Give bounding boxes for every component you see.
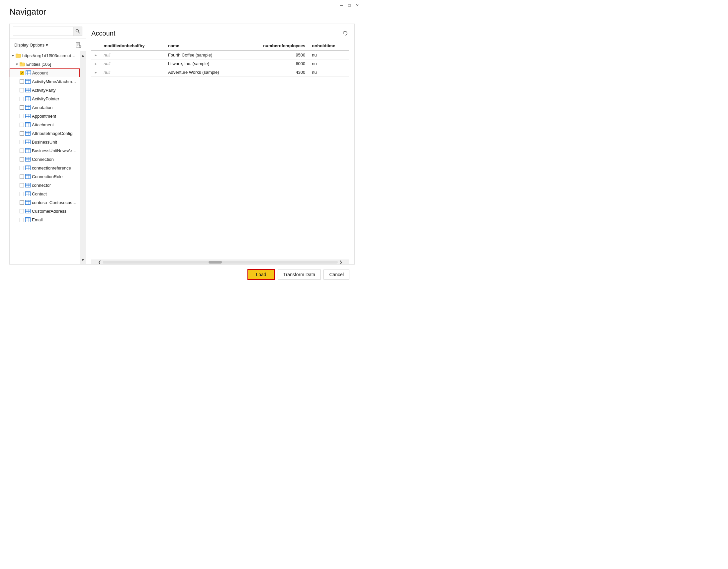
entities-folder-item[interactable]: ▼ Entities [105] xyxy=(10,60,80,68)
entity-checkbox[interactable] xyxy=(20,97,24,101)
entity-checkbox[interactable] xyxy=(20,148,24,153)
display-options-button[interactable]: Display Options ▾ xyxy=(13,42,49,48)
svg-rect-12 xyxy=(20,62,22,63)
maximize-button[interactable]: □ xyxy=(347,3,352,8)
svg-rect-18 xyxy=(26,71,31,72)
scroll-up-button[interactable]: ▲ xyxy=(80,52,86,58)
scroll-left-button[interactable]: ❮ xyxy=(98,260,101,264)
tree-entity-item[interactable]: BusinessUnitNewsArticle xyxy=(10,146,80,155)
tree-entity-item[interactable]: ActivityPointer xyxy=(10,94,80,103)
tree-entity-item[interactable]: Connection xyxy=(10,155,80,163)
cell-onholdtime: nu xyxy=(309,50,349,59)
search-icon xyxy=(75,29,80,34)
folder-icon xyxy=(20,62,25,66)
entity-label: AttributeImageConfig xyxy=(32,131,72,136)
svg-rect-10 xyxy=(16,54,18,55)
cell-employees: 4300 xyxy=(243,68,309,77)
svg-rect-90 xyxy=(26,174,31,176)
scroll-down-button[interactable]: ▼ xyxy=(80,257,86,263)
entity-checkbox[interactable] xyxy=(20,166,24,170)
minimize-button[interactable]: ─ xyxy=(339,3,344,8)
tree-entity-item[interactable]: ConnectionRole xyxy=(10,172,80,181)
entity-checkbox[interactable] xyxy=(20,123,24,127)
col-onholdtime-header[interactable]: onholdtime xyxy=(309,41,349,50)
svg-rect-96 xyxy=(26,183,31,184)
tree-entity-item[interactable]: Email xyxy=(10,215,80,224)
load-button[interactable]: Load xyxy=(247,269,275,280)
entity-checkbox[interactable] xyxy=(20,140,24,144)
entity-checkbox[interactable] xyxy=(20,131,24,136)
scrollbar-track[interactable] xyxy=(103,261,338,263)
entity-label: Attachment xyxy=(32,122,54,127)
entity-checkbox[interactable] xyxy=(20,88,24,92)
entity-label: ActivityMimeAttachment xyxy=(32,79,77,84)
table-icon xyxy=(25,191,31,196)
col-modifiedonbehalfby-header[interactable]: modifiedonbehalfby xyxy=(100,41,165,50)
row-indicator: ▸ xyxy=(91,50,100,59)
entity-tree[interactable]: ▼ https://org1d1f903c.crm.dynamics.com/ … xyxy=(10,51,80,264)
svg-point-0 xyxy=(76,30,79,32)
cell-modifiedonbehalfby: null xyxy=(100,50,165,59)
scroll-right-button[interactable]: ❯ xyxy=(339,260,342,264)
entity-label: ActivityPointer xyxy=(32,96,59,101)
cancel-button[interactable]: Cancel xyxy=(323,269,349,279)
collapse-icon: ▼ xyxy=(15,62,19,66)
cell-employees: 9500 xyxy=(243,50,309,59)
table-row[interactable]: ▸ null Litware, Inc. (sample) 6000 nu xyxy=(91,59,349,68)
bottom-action-bar: Load Transform Data Cancel xyxy=(9,264,355,284)
table-icon xyxy=(25,183,31,187)
tree-entity-item[interactable]: connectionreference xyxy=(10,163,80,172)
entity-checkbox[interactable] xyxy=(20,192,24,196)
chevron-down-icon: ▾ xyxy=(46,43,48,47)
transform-data-button[interactable]: Transform Data xyxy=(278,269,321,279)
entity-label: Contact xyxy=(32,191,47,196)
entity-label: Connection xyxy=(32,157,54,162)
close-button[interactable]: ✕ xyxy=(355,3,360,8)
svg-rect-66 xyxy=(26,140,31,141)
svg-rect-36 xyxy=(26,97,31,98)
table-icon xyxy=(25,209,31,213)
entity-checkbox[interactable] xyxy=(20,209,24,213)
account-data-table: modifiedonbehalfby name numberofemployee… xyxy=(91,41,349,77)
entity-checkbox[interactable] xyxy=(20,183,24,187)
tree-root-item[interactable]: ▼ https://org1d1f903c.crm.dynamics.com/ … xyxy=(10,51,80,60)
entity-label: BusinessUnit xyxy=(32,140,57,144)
tree-entity-item[interactable]: Contact xyxy=(10,189,80,198)
entity-checkbox[interactable] xyxy=(20,105,24,110)
svg-rect-120 xyxy=(26,218,31,219)
panel-icon-button[interactable] xyxy=(74,41,82,49)
tree-entity-item[interactable]: Annotation xyxy=(10,103,80,112)
entity-checkbox[interactable] xyxy=(20,79,24,84)
entity-label: connectionreference xyxy=(32,165,71,170)
col-indicator-header xyxy=(91,41,100,50)
entities-label: Entities [105] xyxy=(26,62,51,67)
tree-entity-item[interactable]: BusinessUnit xyxy=(10,138,80,146)
entity-checkbox[interactable] xyxy=(20,218,24,222)
tree-entity-item[interactable]: Appointment xyxy=(10,112,80,120)
table-row[interactable]: ▸ null Fourth Coffee (sample) 9500 nu xyxy=(91,50,349,59)
svg-rect-108 xyxy=(26,200,31,202)
entity-checkbox[interactable] xyxy=(20,174,24,179)
horizontal-scrollbar[interactable]: ❮ ❯ xyxy=(91,259,349,264)
entity-checkbox[interactable] xyxy=(20,200,24,205)
entity-checkbox[interactable] xyxy=(20,157,24,161)
col-numberofemployees-header[interactable]: numberofemployees xyxy=(243,41,309,50)
tree-entity-item[interactable]: AttributeImageConfig xyxy=(10,129,80,138)
tree-entity-item[interactable]: CustomerAddress xyxy=(10,207,80,215)
tree-entity-item[interactable]: contoso_Contosocustomentity xyxy=(10,198,80,207)
refresh-button[interactable] xyxy=(341,29,349,37)
table-header-row: modifiedonbehalfby name numberofemployee… xyxy=(91,41,349,50)
scrollbar-thumb[interactable] xyxy=(209,261,222,263)
search-input[interactable] xyxy=(13,27,73,36)
table-icon xyxy=(25,114,31,118)
search-button[interactable] xyxy=(73,27,82,36)
tree-entity-item[interactable]: ActivityMimeAttachment xyxy=(10,77,80,86)
tree-entity-item[interactable]: Attachment xyxy=(10,120,80,129)
tree-entity-item[interactable]: connector xyxy=(10,181,80,189)
col-name-header[interactable]: name xyxy=(165,41,243,50)
table-row[interactable]: ▸ null Adventure Works (sample) 4300 nu xyxy=(91,68,349,77)
account-checkbox[interactable]: ✓ xyxy=(20,71,24,75)
tree-entity-account[interactable]: ✓ Account xyxy=(10,68,80,77)
entity-checkbox[interactable] xyxy=(20,114,24,118)
tree-entity-item[interactable]: ActivityParty xyxy=(10,86,80,94)
